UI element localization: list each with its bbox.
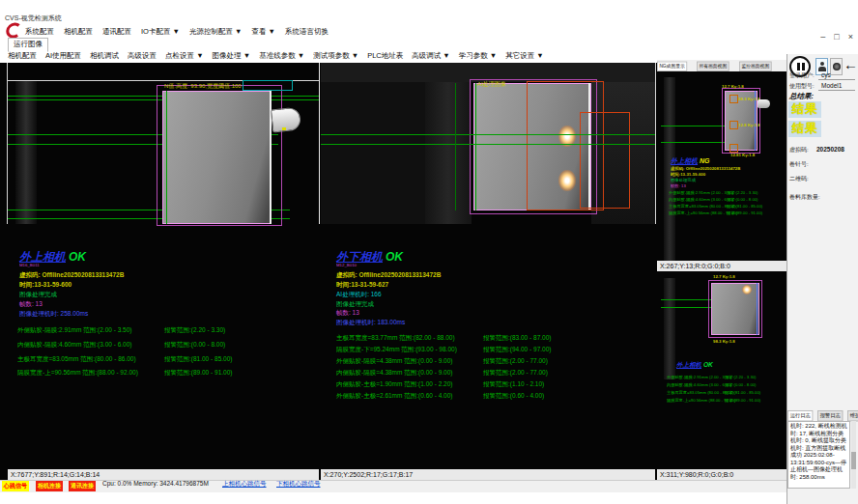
measurement-row: 隔膜宽度-上=90.56mm 范围:(88.00 - 92.00) 报警范围:(… <box>17 369 138 378</box>
alarm-range: 报警:(0.00 - 8.00) <box>725 382 756 388</box>
total-result-label: 总结果: <box>789 92 814 101</box>
tool-learning-params[interactable]: 学习参数 ▼ <box>459 51 498 61</box>
login-user-value[interactable]: cys <box>821 71 831 78</box>
alarm-range: 报警范围:(0.00 - 8.00) <box>164 341 225 350</box>
heartbeat-badge: 心跳信号 <box>2 481 29 491</box>
tool-advanced-settings[interactable]: 高级设置 <box>128 51 157 61</box>
menu-item-comm-config[interactable]: 通讯配置 <box>102 27 131 37</box>
tool-camera-config[interactable]: 相机配置 <box>8 51 37 61</box>
measurement-value: 主极耳宽度=83.77mm 范围:(82.00 - 88.00) <box>336 334 455 341</box>
menu-item-language-switch[interactable]: 系统语言切换 <box>285 27 329 37</box>
left-camera-image-area[interactable] <box>8 81 319 224</box>
left-time-line: 时间:13-31-59-600 <box>19 281 72 290</box>
panel-separator <box>319 63 320 224</box>
close-icon[interactable]: × <box>848 32 853 42</box>
left-camera-name: 外上相机 <box>19 250 66 264</box>
measurement-row: 外侧贴胶-隔膜=4.38mm 范围:(0.00 - 9.00) 报警范围:(2.… <box>336 357 452 366</box>
left-process-time-line: 图像处理机时: 258.00ms <box>19 310 88 319</box>
measurement-value: 内侧贴胶-主极=1.90mm 范围:(1.00 - 2.20) <box>336 380 452 387</box>
alarm-range: 报警范围:(2.20 - 3.30) <box>164 326 225 335</box>
login-user-label: 登录用户: <box>789 71 815 80</box>
measurement-row: 主极耳宽度=83.77mm 范围:(82.00 - 88.00) 报警范围:(8… <box>336 334 455 343</box>
tool-spot-check[interactable]: 点检设置 ▼ <box>165 51 204 61</box>
menu-item-camera-config[interactable]: 相机配置 <box>64 27 93 37</box>
virtual-code-label: 虚拟码: <box>789 146 809 154</box>
tool-image-processing[interactable]: 图像处理 ▼ <box>213 51 251 61</box>
monitor-image-area[interactable] <box>657 272 786 378</box>
camera-connect-badge: 相机连接 <box>36 481 63 491</box>
measurement-value: 外侧贴胶-隔膜=4.38mm 范围:(0.00 - 9.00) <box>336 357 452 364</box>
lower-camera-heartbeat-link[interactable]: 下相机心跳信号 <box>276 480 321 489</box>
alarm-range: 报警范围:(89.00 - 91.00) <box>164 369 232 378</box>
alarm-range: 报警范围:(2.00 - 77.00) <box>483 357 548 366</box>
minimize-icon[interactable]: – <box>820 32 825 42</box>
alarm-range: 报警范围:(81.00 - 85.00) <box>164 355 232 364</box>
restore-icon[interactable]: □ <box>834 32 839 42</box>
ng-pixel-coords: X:267;Y:13;R:0;G:0;B:0 <box>657 261 786 271</box>
pause-icon <box>797 63 800 70</box>
menu-item-io-config[interactable]: IO卡配置 ▼ <box>141 27 180 37</box>
model-value[interactable]: Model1 <box>821 82 842 89</box>
log-text-area[interactable]: 机时: 222, 断线检测机时: 17, 断线检测分类机时: 0, 断线提取分类… <box>787 421 850 489</box>
scrollbar-thumb[interactable] <box>851 452 856 469</box>
log-tab-maintenance[interactable]: 维护日志 <box>847 410 858 421</box>
ng-tab-bar: NG成图显示 所有画面视图 监控画面视图 <box>657 60 786 71</box>
tool-ai-config[interactable]: AI使用配置 <box>45 51 81 61</box>
log-tab-run[interactable]: 运行日志 <box>787 410 813 421</box>
mid-process-done-line: 图像处理完成 <box>336 300 374 309</box>
alarm-range: 报警:(89.00 - 91.00) <box>725 398 760 404</box>
mid-camera-subid: M12_B010 <box>336 263 357 266</box>
menu-item-system-config[interactable]: 系统配置 <box>25 27 54 37</box>
mid-pixel-coords: X:270;Y:2502;R:17;G:17;B:17 <box>321 469 655 480</box>
menu-bar: 系统配置 相机配置 通讯配置 IO卡配置 ▼ 光源控制配置 ▼ 查看 ▼ 系统语… <box>25 27 329 37</box>
measurement-row: 外侧贴胶-隔膜:2.91mm 范围:(2.00 - 3.50) 报警范围:(2.… <box>17 326 131 335</box>
measurement-row: 外侧贴胶-主极=2.61mm 范围:(0.60 - 4.00) 报警范围:(0.… <box>336 392 452 401</box>
measurement-row: 主极耳宽度=83.05mm (80.00 - 86.00) 报警:(81.00 … <box>667 390 734 396</box>
measurement-value: 外侧贴胶-隔膜:2.91mm 范围:(2.00 - 3.50) <box>17 326 131 333</box>
measurement-row: 隔膜宽度-上=90.56mm (88.00 - 92.00) 报警:(89.00… <box>667 398 735 404</box>
left-camera-status: OK <box>69 250 86 264</box>
tool-baseline-params[interactable]: 基准线参数 ▼ <box>259 51 304 61</box>
ng-tab-display[interactable]: NG成图显示 <box>657 62 687 71</box>
measurement-row: 内侧贴胶-隔膜=4.38mm 范围:(0.00 - 9.00) 报警范围:(2.… <box>336 369 452 378</box>
camera-lens-button[interactable] <box>830 58 843 75</box>
tool-camera-debug[interactable]: 相机调试 <box>90 51 119 61</box>
exit-arrow-button[interactable]: ← <box>844 56 858 72</box>
alarm-range: 报警:(81.00 - 85.00) <box>725 390 760 396</box>
menu-item-light-config[interactable]: 光源控制配置 ▼ <box>189 27 243 37</box>
mid-camera-status: OK <box>386 250 403 264</box>
measurement-row: 隔膜宽度-下=95.24mm 范围:(93.00 - 98.00) 报警范围:(… <box>336 346 457 354</box>
field-underline <box>818 79 855 80</box>
tool-test-params[interactable]: 测试项参数 ▼ <box>313 51 358 61</box>
mid-process-time-line: 图像处理机时: 183.00ms <box>336 319 405 327</box>
ng-tab-monitor-views[interactable]: 监控画面视图 <box>739 62 772 71</box>
ng-tab-all-views[interactable]: 所有画面视图 <box>697 62 729 71</box>
tool-plc-address[interactable]: PLC地址表 <box>367 51 403 61</box>
upper-camera-heartbeat-link[interactable]: 上相机心跳信号 <box>222 480 267 489</box>
model-label: 使用型号: <box>789 82 815 91</box>
mid-ai-time-line: AI处理机时: 166 <box>336 291 382 299</box>
mid-camera-image-area[interactable] <box>321 63 655 224</box>
measurement-value: 隔膜宽度-下=95.24mm 范围:(93.00 - 98.00) <box>336 346 457 352</box>
tab-run-image[interactable]: 运行图像 <box>8 38 48 52</box>
measurement-row: 主极耳宽度=83.05mm 范围:(80.00 - 86.00) 报警范围:(8… <box>17 355 136 364</box>
tool-other-settings[interactable]: 其它设置 ▼ <box>505 51 544 61</box>
log-tab-alarm[interactable]: 报警日志 <box>817 410 843 421</box>
measurement-value: 内侧贴胶-隔膜:4.60mm (3.00 - 6.00) <box>667 383 731 387</box>
ng-image-area[interactable] <box>657 71 786 261</box>
alarm-range: 报警范围:(94.00 - 97.00) <box>483 346 551 354</box>
alarm-range: 报警范围:(1.10 - 2.10) <box>483 380 544 389</box>
left-frame-line: 帧数: 13 <box>19 300 43 309</box>
measurement-value: 主极耳宽度=83.05mm 范围:(80.00 - 86.00) <box>17 355 136 362</box>
user-icon <box>820 62 824 66</box>
menu-item-view[interactable]: 查看 ▼ <box>251 27 275 37</box>
measurement-value: 内侧贴胶-隔膜=4.38mm 范围:(0.00 - 9.00) <box>336 369 452 376</box>
mid-frame-line: 帧数: 13 <box>336 309 359 318</box>
result-badge: 结果 <box>788 121 821 137</box>
monitor-pixel-coords: X:311;Y:980;R:0;G:0;B:0 <box>657 469 786 480</box>
left-camera-subid: M16_B011 <box>19 263 40 266</box>
cpu-memory-text: Cpu: 0.0% Memory: 3424.41796875M <box>102 480 209 487</box>
log-scrollbar[interactable] <box>851 421 856 489</box>
lens-icon <box>833 63 841 70</box>
tool-advanced-debug[interactable]: 高级调试 ▼ <box>412 51 450 61</box>
